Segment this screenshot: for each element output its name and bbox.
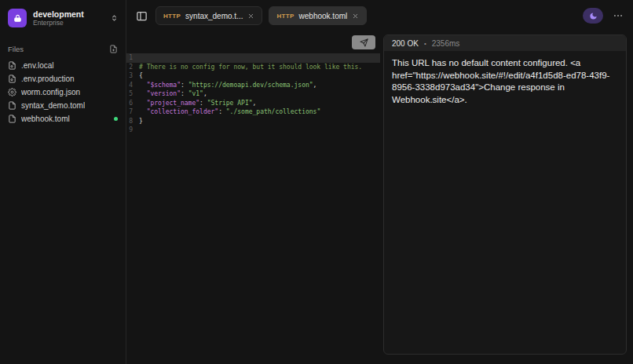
response-header: 200 OK • 2356ms xyxy=(384,35,626,51)
file-item-.env.production[interactable]: .env.production xyxy=(0,72,126,86)
workspace-selector[interactable]: development Enterprise xyxy=(0,6,126,30)
workspace-name: development xyxy=(33,9,104,20)
close-icon[interactable] xyxy=(247,13,254,20)
files-label: Files xyxy=(8,45,24,53)
line-number: 9 xyxy=(126,126,139,135)
file-name: webhook.toml xyxy=(21,115,70,123)
line-number: 3 xyxy=(126,71,139,81)
file-name: .env.local xyxy=(21,61,54,70)
line-number: 8 xyxy=(126,117,139,126)
workspace-info: development Enterprise xyxy=(33,9,104,27)
workspace-plan: Enterprise xyxy=(33,19,104,27)
tab-method-badge: HTTP xyxy=(276,13,294,20)
line-number: 6 xyxy=(126,99,139,108)
new-file-button[interactable] xyxy=(109,45,118,53)
line-content: "project_name": "Stripe API", xyxy=(139,99,256,108)
env-file-icon xyxy=(8,75,16,83)
code-line-7[interactable]: 7 "collection_folder": "./some_path/coll… xyxy=(126,107,380,117)
code-line-4[interactable]: 4 "$schema": "https://demoapi.dev/schema… xyxy=(126,81,380,90)
line-number: 1 xyxy=(126,53,139,63)
tab-bar: HTTPsyntax_demo.t...HTTPwebhook.toml xyxy=(156,6,367,25)
topbar-right xyxy=(583,8,624,24)
tab-title: webhook.toml xyxy=(299,12,348,20)
code-line-9[interactable]: 9 xyxy=(126,126,380,135)
code-line-5[interactable]: 5 "version": "v1", xyxy=(126,89,380,99)
file-name: syntax_demo.toml xyxy=(21,101,85,110)
bullet-separator: • xyxy=(424,40,426,47)
main-area: HTTPsyntax_demo.t...HTTPwebhook.toml 12#… xyxy=(126,0,633,364)
line-number: 4 xyxy=(126,81,139,90)
response-pane: 200 OK • 2356ms This URL has no default … xyxy=(383,35,627,355)
file-item-.env.local[interactable]: .env.local xyxy=(0,59,126,72)
line-content: "collection_folder": "./some_path/collec… xyxy=(139,107,320,117)
file-icon xyxy=(8,101,16,110)
gear-icon xyxy=(8,88,16,96)
code-line-8[interactable]: 8} xyxy=(126,117,380,126)
code-line-3[interactable]: 3{ xyxy=(126,71,380,81)
response-body: This URL has no default content configur… xyxy=(384,51,626,112)
more-menu-button[interactable] xyxy=(613,10,624,21)
code-line-6[interactable]: 6 "project_name": "Stripe API", xyxy=(126,99,380,108)
close-icon[interactable] xyxy=(352,13,359,20)
response-duration: 2356ms xyxy=(432,39,460,48)
line-content: "$schema": "https://demoapi.dev/schema.j… xyxy=(139,81,316,90)
file-name: .env.production xyxy=(21,75,75,83)
editor-pane: 12# There is no config for now, but it s… xyxy=(126,35,380,355)
file-item-webhook.toml[interactable]: webhook.toml xyxy=(0,112,126,126)
app-window: development Enterprise Files .env.local.… xyxy=(0,0,633,364)
sidebar-toggle-button[interactable] xyxy=(136,10,148,22)
tab-webhook.toml[interactable]: HTTPwebhook.toml xyxy=(269,6,367,25)
modified-dot xyxy=(114,117,118,121)
file-item-syntax_demo.toml[interactable]: syntax_demo.toml xyxy=(0,99,126,112)
send-button[interactable] xyxy=(352,35,375,49)
files-header: Files xyxy=(0,42,126,55)
file-list: .env.local.env.productionworm.config.jso… xyxy=(0,59,126,126)
file-name: worm.config.json xyxy=(21,88,80,96)
line-number: 5 xyxy=(126,89,139,99)
tab-syntax_demo.t...[interactable]: HTTPsyntax_demo.t... xyxy=(156,6,262,25)
file-item-worm.config.json[interactable]: worm.config.json xyxy=(0,86,126,99)
line-number: 7 xyxy=(126,107,139,117)
response-status: 200 OK xyxy=(392,39,419,48)
unfold-chevron-icon xyxy=(111,13,118,23)
line-number: 2 xyxy=(126,63,139,72)
line-content: "version": "v1", xyxy=(139,89,207,99)
line-content: } xyxy=(139,117,143,126)
code-line-2[interactable]: 2# There is no config for now, but it sh… xyxy=(126,63,380,72)
code-line-1[interactable]: 1 xyxy=(126,53,380,63)
code-editor[interactable]: 12# There is no config for now, but it s… xyxy=(126,53,380,135)
env-file-icon xyxy=(8,61,16,70)
file-icon xyxy=(8,115,16,123)
line-content: { xyxy=(139,71,143,81)
lock-icon xyxy=(8,9,27,27)
tab-title: syntax_demo.t... xyxy=(185,12,243,20)
sidebar: development Enterprise Files .env.local.… xyxy=(0,0,126,364)
line-content: # There is no config for now, but it sho… xyxy=(139,63,362,72)
topbar: HTTPsyntax_demo.t...HTTPwebhook.toml xyxy=(126,0,633,31)
content: 12# There is no config for now, but it s… xyxy=(126,31,633,364)
tab-method-badge: HTTP xyxy=(163,13,181,20)
theme-toggle-button[interactable] xyxy=(583,8,603,24)
